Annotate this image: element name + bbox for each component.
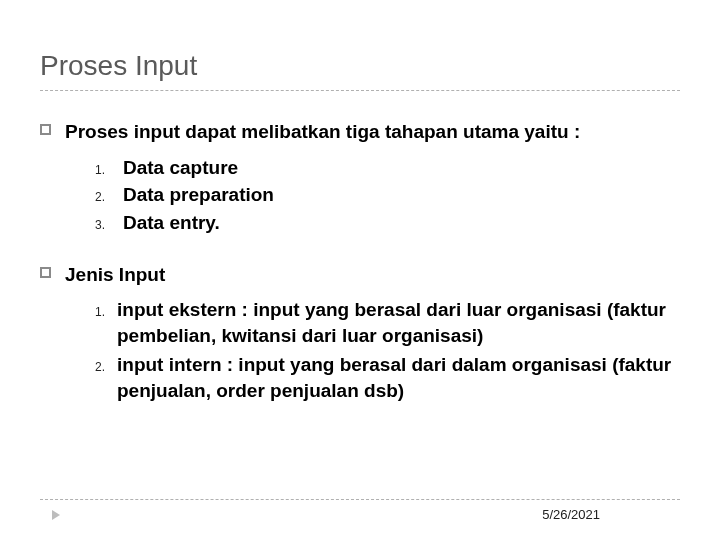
square-bullet-icon <box>40 124 51 135</box>
footer-date: 5/26/2021 <box>542 507 600 522</box>
square-bullet-icon <box>40 267 51 278</box>
sub-number: 2. <box>95 189 123 205</box>
list-item: 1. Data capture <box>95 155 680 181</box>
bullet-item-2: Jenis Input 1. input ekstern : input yan… <box>40 262 680 422</box>
sub-text: Data preparation <box>123 182 274 208</box>
list-item: 2. input intern : input yang berasal dar… <box>95 352 680 403</box>
sub-number: 1. <box>95 300 117 320</box>
sub-number: 2. <box>95 355 117 375</box>
list-item: 3. Data entry. <box>95 210 680 236</box>
item2-text: Jenis Input <box>65 262 680 288</box>
bullet-item-1: Proses input dapat melibatkan tiga tahap… <box>40 119 680 254</box>
slide-title: Proses Input <box>40 50 680 91</box>
item1-text: Proses input dapat melibatkan tiga tahap… <box>65 119 680 145</box>
item1-sublist: 1. Data capture 2. Data preparation 3. D… <box>95 155 680 236</box>
sub-text: Data capture <box>123 155 238 181</box>
sub-text: input ekstern : input yang berasal dari … <box>117 297 680 348</box>
list-item: 1. input ekstern : input yang berasal da… <box>95 297 680 348</box>
sub-number: 3. <box>95 217 123 233</box>
sub-text: input intern : input yang berasal dari d… <box>117 352 680 403</box>
item2-sublist: 1. input ekstern : input yang berasal da… <box>95 297 680 404</box>
sub-text: Data entry. <box>123 210 220 236</box>
footer-divider <box>40 499 680 500</box>
arrow-right-icon <box>52 510 60 520</box>
sub-number: 1. <box>95 162 123 178</box>
list-item: 2. Data preparation <box>95 182 680 208</box>
